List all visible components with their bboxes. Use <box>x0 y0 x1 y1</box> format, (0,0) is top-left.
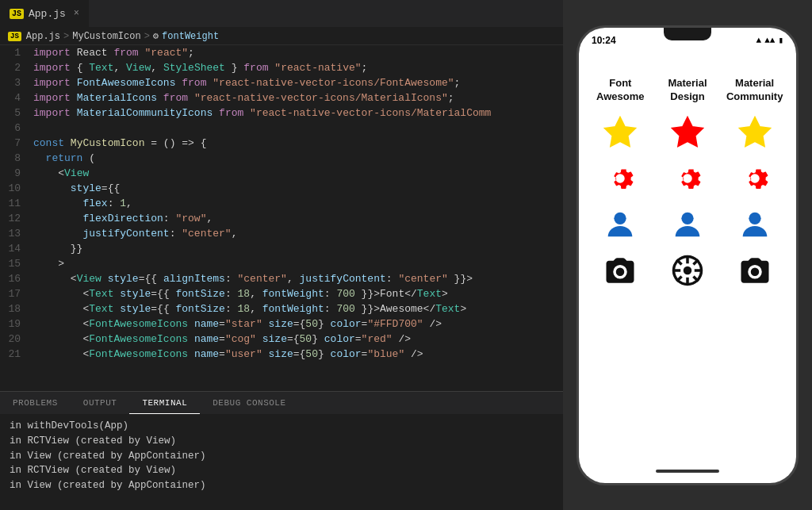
code-line: 7const MyCustomIcon = () => { <box>0 136 563 151</box>
line-content: justifyContent: "center", <box>33 226 563 241</box>
line-number: 10 <box>0 181 33 196</box>
line-content: flex: 1, <box>33 196 563 211</box>
line-content: <Text style={{ fontSize: 18, fontWeight:… <box>33 301 563 316</box>
status-icons: ▲ ▲▲ ▮ <box>756 35 783 45</box>
code-line: 20 <FontAwesomeIcons name="cog" size={50… <box>0 332 563 347</box>
phone-panel: 10:24 ▲ ▲▲ ▮ FontAwesome <box>563 0 812 510</box>
line-number: 2 <box>0 60 33 75</box>
svg-marker-14 <box>739 117 769 145</box>
code-line: 11 flex: 1, <box>0 196 563 211</box>
line-content: import MaterialCommunityIcons from "reac… <box>33 105 563 121</box>
icon-user-blue-mc <box>734 204 776 245</box>
line-number: 1 <box>0 45 33 60</box>
svg-point-13 <box>684 266 692 274</box>
bottom-tab-output[interactable]: OUTPUT <box>71 392 130 414</box>
line-number: 12 <box>0 211 33 226</box>
line-content: style={{ <box>33 181 563 196</box>
icon-grid: FontAwesome <box>587 69 788 301</box>
terminal-content: in withDevTools(App)in RCTView (created … <box>0 414 563 510</box>
terminal-line: in View (created by AppContainer) <box>10 449 553 464</box>
code-line: 3import FontAwesomeIcons from "react-nat… <box>0 75 563 90</box>
icon-camera-black-fa <box>599 250 641 291</box>
svg-point-3 <box>681 212 693 224</box>
breadcrumb-js-badge: JS <box>8 32 21 41</box>
bottom-tabs: PROBLEMSOUTPUTTERMINALDEBUG CONSOLE <box>0 392 563 414</box>
wifi-icon: ▲ <box>756 36 762 45</box>
icon-star-yellow-mc <box>734 112 776 153</box>
line-number: 13 <box>0 226 33 241</box>
breadcrumb-member: fontWeight <box>162 31 219 42</box>
svg-point-15 <box>749 212 760 224</box>
breadcrumb-file: App.js <box>26 31 60 42</box>
code-line: 14 }} <box>0 241 563 256</box>
line-content: }} <box>33 241 563 256</box>
line-content: import { Text, View, StyleSheet } from "… <box>33 60 563 75</box>
column-font-awesome: FontAwesome <box>588 77 652 293</box>
svg-marker-2 <box>672 117 703 145</box>
column-material-community: MaterialCommunity <box>723 77 787 293</box>
icon-camera-black2-mc <box>734 250 776 291</box>
line-number: 6 <box>0 121 33 136</box>
line-number: 4 <box>0 90 33 105</box>
icon-star-yellow <box>599 112 641 153</box>
line-content: flexDirection: "row", <box>33 211 563 226</box>
bottom-tab-debug-console[interactable]: DEBUG CONSOLE <box>200 392 298 414</box>
line-number: 20 <box>0 332 33 347</box>
terminal-line: in withDevTools(App) <box>10 419 553 434</box>
app-js-tab[interactable]: JS App.js × <box>0 0 90 27</box>
code-line: 12 flexDirection: "row", <box>0 211 563 226</box>
battery-icon: ▮ <box>778 35 783 45</box>
line-content <box>33 121 563 136</box>
js-badge: JS <box>10 9 24 19</box>
bottom-tab-terminal[interactable]: TERMINAL <box>129 392 200 414</box>
breadcrumb: JS App.js > MyCustomIcon > ⚙ fontWeight <box>0 28 563 45</box>
phone-time: 10:24 <box>592 35 616 46</box>
line-number: 19 <box>0 316 33 332</box>
tab-filename: App.js <box>29 8 66 20</box>
breadcrumb-component: MyCustomIcon <box>72 31 140 42</box>
code-line: 8 return ( <box>0 151 563 166</box>
phone-bottom-bar <box>579 459 796 483</box>
bottom-tab-problems[interactable]: PROBLEMS <box>0 392 71 414</box>
column-material-design: MaterialDesign <box>656 77 719 293</box>
signal-icon: ▲▲ <box>764 36 775 45</box>
line-number: 14 <box>0 241 33 256</box>
line-content: <FontAwesomeIcons name="user" size={50} … <box>33 347 563 362</box>
icon-aperture-black-md <box>667 250 708 291</box>
code-line: 18 <Text style={{ fontSize: 18, fontWeig… <box>0 301 563 316</box>
line-content: const MyCustomIcon = () => { <box>33 136 563 151</box>
icon-star-red <box>667 112 708 153</box>
terminal-line: in RCTView (created by View) <box>10 434 553 449</box>
line-number: 5 <box>0 105 33 121</box>
terminal-line: in RCTView (created by View) <box>10 463 553 478</box>
code-area: 1import React from "react";2import { Tex… <box>0 45 563 391</box>
svg-point-1 <box>615 212 626 224</box>
editor-panel: JS App.js × JS App.js > MyCustomIcon > ⚙… <box>0 0 563 510</box>
tab-close-button[interactable]: × <box>74 8 79 19</box>
line-content: <Text style={{ fontSize: 18, fontWeight:… <box>33 286 563 301</box>
code-line: 19 <FontAwesomeIcons name="star" size={5… <box>0 316 563 332</box>
line-content: return ( <box>33 151 563 166</box>
phone-notch <box>664 28 711 40</box>
code-line: 5import MaterialCommunityIcons from "rea… <box>0 105 563 121</box>
line-number: 8 <box>0 151 33 166</box>
bottom-panel: PROBLEMSOUTPUTTERMINALDEBUG CONSOLE in w… <box>0 391 563 510</box>
line-number: 15 <box>0 256 33 271</box>
line-content: <FontAwesomeIcons name="star" size={50} … <box>33 316 563 332</box>
line-number: 18 <box>0 301 33 316</box>
line-number: 3 <box>0 75 33 90</box>
code-line: 10 style={{ <box>0 181 563 196</box>
icon-cog-red-mc <box>734 158 776 199</box>
code-line: 15 > <box>0 256 563 271</box>
line-content: <View <box>33 166 563 181</box>
code-line: 13 justifyContent: "center", <box>0 226 563 241</box>
line-content: > <box>33 256 563 271</box>
line-content: import React from "react"; <box>33 45 563 60</box>
breadcrumb-sep1: > <box>63 31 69 42</box>
code-line: 17 <Text style={{ fontSize: 18, fontWeig… <box>0 286 563 301</box>
svg-marker-0 <box>605 117 635 145</box>
line-number: 7 <box>0 136 33 151</box>
code-lines: 1import React from "react";2import { Tex… <box>0 45 563 391</box>
code-line: 16 <View style={{ alignItems: "center", … <box>0 271 563 286</box>
breadcrumb-icon: ⚙ <box>153 30 159 42</box>
